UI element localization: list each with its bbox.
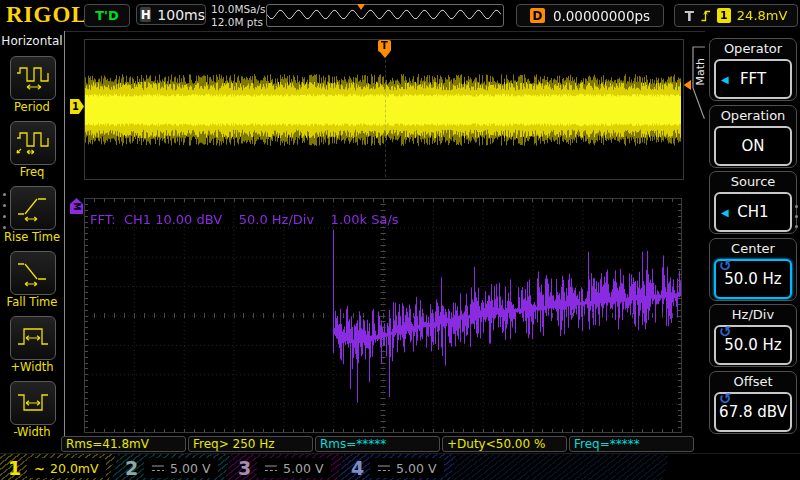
menu-label-fall-time: Fall Time (0, 295, 64, 309)
menu-item-offset[interactable]: Offset ↺ 67.8 dBV (709, 371, 797, 434)
measurement-slot-3: Rms=***** (315, 436, 440, 452)
time-domain-display (84, 39, 684, 180)
channel3-number: 3 (238, 457, 251, 479)
operator-value: FFT (740, 70, 766, 88)
menu-item-pos-width[interactable] (10, 316, 56, 360)
channel3-scale: 5.00 V (283, 460, 323, 475)
rising-edge-trigger-icon (700, 9, 711, 22)
menu-label-neg-width: -Width (0, 425, 64, 439)
plus-width-icon (15, 324, 51, 352)
right-scroll-dot (795, 205, 798, 208)
menu-item-operation[interactable]: Operation ON (709, 105, 797, 168)
oscilloscope-screen: RIGOL T'D H 100ms 10.0MSa/s 12.0M pts D … (0, 0, 800, 480)
hz-per-div-title: Hz/Div (710, 305, 796, 324)
trigger-delay-box[interactable]: D 0.00000000ps (516, 4, 664, 27)
channel4-pill: 5.00 V (370, 458, 443, 478)
dc-coupling-icon (264, 464, 278, 472)
math-offset-marker[interactable]: M (70, 198, 83, 214)
sample-rate: 10.0MSa/s (211, 3, 266, 16)
operation-value: ON (741, 137, 764, 155)
center-value: 50.0 Hz (724, 270, 781, 288)
fft-hz-per-div: 50.0 Hz/Div (239, 212, 331, 227)
acquisition-info: 10.0MSa/s 12.0M pts (211, 3, 266, 28)
menu-label-freq: Freq (0, 165, 64, 179)
timebase-value: 100ms (157, 7, 205, 23)
memory-depth: 12.0M pts (211, 16, 266, 29)
trigger-source-badge: 1 (717, 8, 731, 23)
channel2-pill: 5.00 V (144, 458, 217, 478)
menu-item-fall-time[interactable] (10, 251, 56, 295)
offset-value-box: ↺ 67.8 dBV (714, 392, 792, 432)
rigol-logo: RIGOL (6, 2, 88, 28)
trigger-level-value: 24.8mV (737, 8, 788, 23)
hz-per-div-value: 50.0 Hz (724, 336, 781, 354)
rise-time-icon (15, 194, 51, 222)
trigger-position-marker[interactable]: T (378, 40, 391, 58)
source-value: CH1 (737, 203, 768, 221)
dc-coupling-icon (377, 464, 391, 472)
fft-readout: FFT: CH1 10.00 dBV 50.0 Hz/Div 1.00k Sa/… (90, 212, 399, 227)
ch1-ground-marker[interactable]: 1 (70, 99, 84, 114)
delay-d-icon: D (530, 8, 545, 23)
top-status-bar: RIGOL T'D H 100ms 10.0MSa/s 12.0M pts D … (0, 0, 800, 32)
operation-title: Operation (710, 106, 796, 125)
operator-title: Operator (710, 39, 796, 58)
dc-coupling-icon (151, 464, 165, 472)
preview-waveform-canvas (267, 5, 501, 24)
channel4-scale: 5.00 V (396, 460, 436, 475)
right-scroll-dot (795, 225, 798, 228)
measurement-slot-5: Freq=***** (569, 436, 694, 452)
horizontal-timebase-box[interactable]: H 100ms (136, 4, 206, 25)
trigger-t-icon: T (378, 40, 391, 52)
operator-value-box: ◀ FFT (714, 59, 792, 99)
left-scroll-dot (3, 215, 6, 218)
math-tab-arrow-icon (684, 81, 690, 89)
delay-value: 0.00000000ps (553, 8, 650, 24)
channel-status-bar: 1 ~ 20.0mV 2 5.00 V 3 5.00 V (0, 453, 800, 480)
menu-item-hz-per-div[interactable]: Hz/Div ↺ 50.0 Hz (709, 304, 797, 367)
left-menu-title: Horizontal (0, 34, 64, 48)
fft-canvas (84, 198, 682, 433)
preview-trigger-position-icon (357, 4, 365, 10)
trigger-t-label: T (685, 8, 694, 24)
hz-per-div-value-box: ↺ 50.0 Hz (714, 325, 792, 365)
trigger-status-badge: T'D (84, 4, 130, 27)
fall-time-icon (15, 259, 51, 287)
menu-item-neg-width[interactable] (10, 381, 56, 425)
menu-label-period: Period (0, 100, 64, 114)
measurement-slot-1: Rms=41.8mV (61, 436, 186, 452)
channel3-status[interactable]: 3 5.00 V (225, 454, 344, 480)
menu-item-period[interactable] (10, 56, 56, 100)
trigger-arrow-icon (380, 52, 390, 58)
left-scroll-dot (3, 193, 6, 196)
left-scroll-dot (3, 226, 6, 229)
center-value-box: ↺ 50.0 Hz (714, 259, 792, 299)
channel1-status[interactable]: 1 ~ 20.0mV (0, 454, 115, 480)
knob-icon: ↺ (719, 323, 732, 341)
minus-width-icon (15, 389, 51, 417)
channel4-number: 4 (351, 457, 364, 479)
channel1-scale: 20.0mV (50, 460, 99, 475)
menu-item-rise-time[interactable] (10, 186, 56, 230)
knob-icon: ↺ (719, 257, 732, 275)
channel2-status[interactable]: 2 5.00 V (112, 454, 231, 480)
menu-item-operator[interactable]: Operator ◀ FFT (709, 38, 797, 101)
menu-label-rise-time: Rise Time (0, 230, 64, 244)
period-icon (15, 64, 51, 92)
measurement-slot-4: +Duty<50.00 % (442, 436, 567, 452)
operation-value-box: ON (714, 126, 792, 166)
channel2-number: 2 (125, 457, 138, 479)
fft-sample-rate: 1.00k Sa/s (331, 212, 399, 227)
ch1-waveform-canvas (85, 40, 681, 177)
horizontal-h-icon: H (140, 7, 151, 22)
trigger-info-box[interactable]: T 1 24.8mV (674, 4, 798, 27)
menu-item-freq[interactable] (10, 121, 56, 165)
menu-item-source[interactable]: Source ◀ CH1 (709, 171, 797, 234)
channel2-scale: 5.00 V (170, 460, 210, 475)
knob-icon: ↺ (719, 390, 732, 408)
fft-source-scale: CH1 10.00 dBV (124, 212, 239, 227)
channel-bar-empty-area (451, 454, 670, 480)
menu-item-center[interactable]: Center ↺ 50.0 Hz (709, 238, 797, 301)
channel4-status[interactable]: 4 5.00 V (338, 454, 457, 480)
fft-label: FFT: (90, 212, 124, 227)
